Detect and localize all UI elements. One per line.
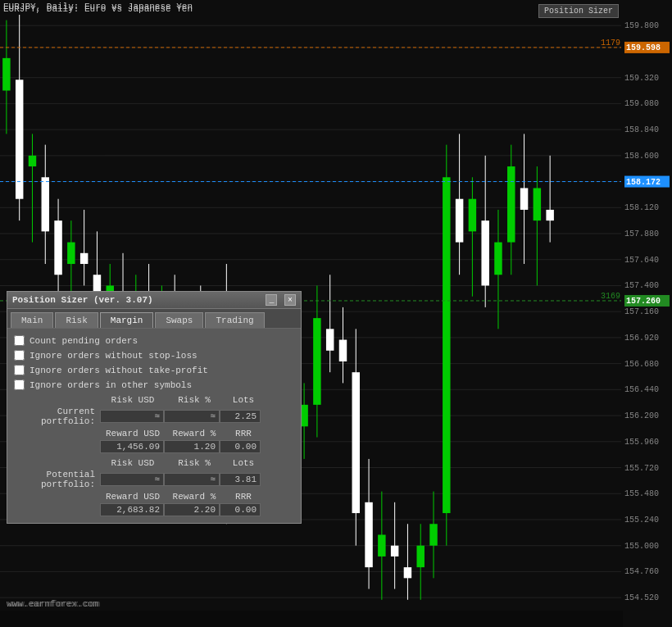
chart-title: EURJPY, Daily: Euro vs Japanese Yen (3, 2, 193, 11)
potential-lots-field[interactable] (220, 473, 261, 486)
position-sizer-titlebar[interactable]: Position Sizer (ver. 3.07) _ × (7, 292, 301, 309)
col-header-rrr: RRR (223, 429, 264, 438)
pot-col-header-risk-pct: Risk % (166, 458, 223, 468)
col-header-risk-pct: Risk % (166, 395, 223, 405)
count-pending-checkbox[interactable] (14, 335, 25, 346)
current-reward-pct-field[interactable] (164, 440, 220, 453)
potential-rrr-field[interactable] (220, 503, 261, 516)
pot-col-header-lots: Lots (223, 458, 264, 468)
ignore-no-tp-checkbox[interactable] (14, 365, 25, 375)
current-reward-usd-field[interactable] (100, 440, 164, 453)
current-portfolio-label: Current portfolio: (14, 407, 100, 426)
checkbox-count-pending: Count pending orders (14, 335, 294, 346)
col-header-reward-usd: Reward USD (100, 429, 166, 438)
position-sizer-title: Position Sizer (ver. 3.07) (12, 295, 153, 305)
checkbox-ignore-no-sl: Ignore orders without stop-loss (14, 350, 294, 361)
current-risk-pct-field[interactable] (164, 410, 220, 423)
date-scale (0, 611, 623, 627)
tab-main[interactable]: Main (11, 312, 53, 328)
minimize-button[interactable]: _ (266, 294, 277, 306)
pot-col-header-reward-pct: Reward % (166, 492, 223, 502)
watermark: www.earnforex.com (7, 599, 98, 609)
tab-trading[interactable]: Trading (205, 312, 264, 328)
position-sizer-body: Count pending orders Ignore orders witho… (7, 329, 301, 523)
potential-portfolio-section: Risk USD Risk % Lots Potential portfolio… (14, 458, 294, 516)
ignore-no-tp-label: Ignore orders without take-profit (30, 366, 208, 375)
checkbox-ignore-no-tp: Ignore orders without take-profit (14, 365, 294, 375)
pot-col-header-reward-usd: Reward USD (100, 492, 166, 502)
current-rrr-field[interactable] (220, 440, 261, 453)
tab-margin[interactable]: Margin (100, 312, 154, 328)
ignore-other-symbols-label: Ignore orders in other symbols (30, 380, 192, 390)
col-header-lots: Lots (223, 395, 264, 405)
tab-swaps[interactable]: Swaps (155, 312, 203, 328)
col-header-risk-usd: Risk USD (100, 395, 166, 405)
pot-col-header-risk-usd: Risk USD (100, 458, 166, 468)
price-scale (623, 0, 672, 627)
close-button[interactable]: × (284, 294, 296, 306)
potential-reward-usd-field[interactable] (100, 503, 164, 516)
current-portfolio-section: Risk USD Risk % Lots Current portfolio: … (14, 395, 294, 453)
count-pending-label: Count pending orders (30, 336, 138, 346)
potential-risk-pct-field[interactable] (164, 473, 220, 486)
pot-col-header-rrr: RRR (223, 492, 264, 502)
tab-risk[interactable]: Risk (55, 312, 98, 328)
ignore-no-sl-label: Ignore orders without stop-loss (30, 351, 198, 361)
current-lots-field[interactable] (220, 410, 261, 423)
position-sizer-tabs: Main Risk Margin Swaps Trading (7, 309, 301, 329)
position-sizer-panel: Position Sizer (ver. 3.07) _ × Main Risk… (7, 291, 302, 524)
ignore-other-symbols-checkbox[interactable] (14, 379, 25, 390)
position-sizer-chart-button[interactable]: Position Sizer (538, 4, 619, 18)
col-header-reward-pct: Reward % (166, 429, 223, 438)
current-risk-usd-field[interactable] (100, 410, 164, 423)
checkbox-ignore-other-symbols: Ignore orders in other symbols (14, 379, 294, 390)
potential-portfolio-label: Potential portfolio: (14, 470, 100, 489)
potential-risk-usd-field[interactable] (100, 473, 164, 486)
ignore-no-sl-checkbox[interactable] (14, 350, 25, 361)
potential-reward-pct-field[interactable] (164, 503, 220, 516)
